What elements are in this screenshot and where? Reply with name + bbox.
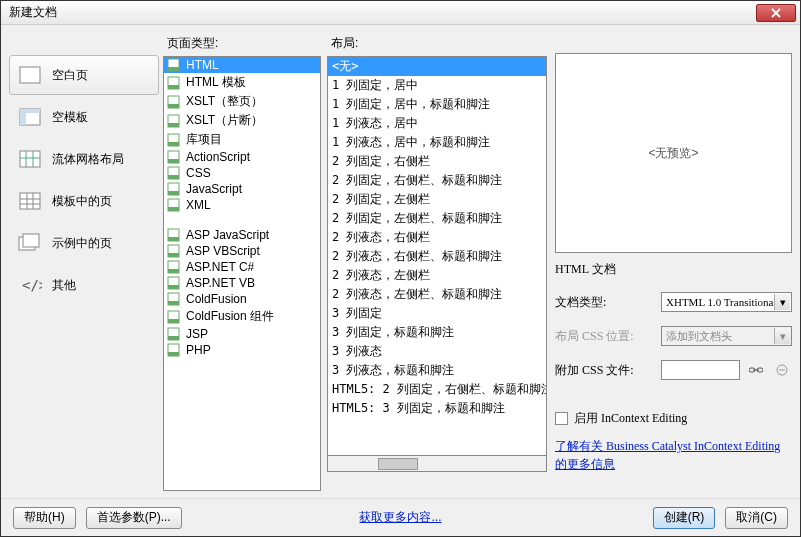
sidebar-item-1[interactable]: 空模板: [9, 97, 159, 137]
layout-item[interactable]: HTML5: 2 列固定，右侧栏、标题和脚注: [328, 380, 546, 399]
page-type-item[interactable]: JavaScript: [164, 181, 320, 197]
svg-rect-4: [20, 151, 40, 167]
layout-item[interactable]: 1 列固定，居中: [328, 76, 546, 95]
page-type-label: ASP JavaScript: [186, 228, 269, 242]
layout-item[interactable]: 2 列固定，右侧栏、标题和脚注: [328, 171, 546, 190]
sidebar-item-0[interactable]: 空白页: [9, 55, 159, 95]
page-type-item[interactable]: ASP VBScript: [164, 243, 320, 259]
layout-item[interactable]: HTML5: 3 列固定，标题和脚注: [328, 399, 546, 418]
sidebar-item-label: 空模板: [52, 109, 88, 126]
page-type-item[interactable]: CSS: [164, 165, 320, 181]
svg-rect-33: [168, 207, 179, 211]
layout-css-select: 添加到文档头 ▾: [661, 326, 792, 346]
sidebar-item-4[interactable]: 示例中的页: [9, 223, 159, 263]
page-type-item[interactable]: ASP JavaScript: [164, 227, 320, 243]
svg-rect-43: [168, 301, 179, 305]
page-type-item[interactable]: XSLT（片断）: [164, 111, 320, 130]
layout-item[interactable]: 2 列固定，左侧栏: [328, 190, 546, 209]
layout-item[interactable]: 3 列液态: [328, 342, 546, 361]
chevron-down-icon: ▾: [774, 328, 790, 344]
dialog-footer: 帮助(H) 首选参数(P)... 获取更多内容... 创建(R) 取消(C): [1, 498, 800, 536]
layout-item[interactable]: 2 列液态，右侧栏: [328, 228, 546, 247]
page-type-item[interactable]: ASP.NET VB: [164, 275, 320, 291]
page-type-item[interactable]: PHP: [164, 342, 320, 358]
remove-css-icon[interactable]: [772, 361, 792, 379]
layout-item[interactable]: <无>: [328, 57, 546, 76]
page-type-item[interactable]: ASP.NET C#: [164, 259, 320, 275]
link-css-icon[interactable]: [746, 361, 766, 379]
svg-rect-45: [168, 319, 179, 323]
layout-item[interactable]: 2 列液态，左侧栏、标题和脚注: [328, 285, 546, 304]
get-more-link[interactable]: 获取更多内容...: [359, 509, 441, 526]
layouts-column: 布局: <无>1 列固定，居中1 列固定，居中，标题和脚注1 列液态，居中1 列…: [327, 33, 547, 491]
layout-item[interactable]: 2 列液态，右侧栏、标题和脚注: [328, 247, 546, 266]
svg-rect-29: [168, 175, 179, 179]
page-type-label: 库项目: [186, 131, 222, 148]
page-type-item[interactable]: HTML: [164, 57, 320, 73]
file-icon: [166, 260, 182, 274]
page-type-label: HTML: [186, 58, 219, 72]
page-type-label: ColdFusion: [186, 292, 247, 306]
layout-item[interactable]: 1 列液态，居中，标题和脚注: [328, 133, 546, 152]
layout-css-row: 布局 CSS 位置: 添加到文档头 ▾: [555, 326, 792, 346]
svg-rect-31: [168, 191, 179, 195]
chevron-down-icon: ▾: [774, 294, 790, 310]
sidebar-item-3[interactable]: 模板中的页: [9, 181, 159, 221]
attach-css-input[interactable]: [661, 360, 740, 380]
page-type-label: HTML 模板: [186, 74, 246, 91]
svg-rect-25: [168, 142, 179, 146]
ice-learn-more-link[interactable]: 了解有关 Business Catalyst InContext Editing…: [555, 437, 792, 473]
sidebar-item-label: 流体网格布局: [52, 151, 124, 168]
layout-item[interactable]: 2 列固定，右侧栏: [328, 152, 546, 171]
svg-rect-2: [20, 109, 40, 113]
preview-column: <无预览> HTML 文档 文档类型: XHTML 1.0 Transition…: [555, 33, 792, 491]
svg-rect-27: [168, 159, 179, 163]
file-icon: [166, 292, 182, 306]
svg-rect-49: [168, 352, 179, 356]
no-preview-text: <无预览>: [648, 145, 698, 162]
page-types-header: 页面类型:: [163, 33, 321, 56]
page-type-item[interactable]: 库项目: [164, 130, 320, 149]
create-button[interactable]: 创建(R): [653, 507, 716, 529]
enable-ice-label: 启用 InContext Editing: [574, 410, 687, 427]
layouts-hscrollbar[interactable]: [327, 456, 547, 472]
file-icon: [166, 166, 182, 180]
svg-rect-0: [20, 67, 40, 83]
page-type-label: PHP: [186, 343, 211, 357]
sidebar-item-5[interactable]: </>其他: [9, 265, 159, 305]
svg-rect-14: [23, 234, 39, 247]
layout-item[interactable]: 1 列固定，居中，标题和脚注: [328, 95, 546, 114]
page-type-item[interactable]: JSP: [164, 326, 320, 342]
file-icon: [166, 343, 182, 357]
close-button[interactable]: [756, 4, 796, 22]
layout-item[interactable]: 1 列液态，居中: [328, 114, 546, 133]
page-type-item[interactable]: HTML 模板: [164, 73, 320, 92]
layout-item[interactable]: 3 列液态，标题和脚注: [328, 361, 546, 380]
layout-item[interactable]: 2 列液态，左侧栏: [328, 266, 546, 285]
doctype-select[interactable]: XHTML 1.0 Transitional ▾: [661, 292, 792, 312]
sidebar-item-2[interactable]: 流体网格布局: [9, 139, 159, 179]
page-types-list[interactable]: HTMLHTML 模板XSLT（整页）XSLT（片断）库项目ActionScri…: [163, 56, 321, 491]
sidebar-item-label: 模板中的页: [52, 193, 112, 210]
category-icon: </>: [18, 275, 42, 295]
page-type-item[interactable]: XML: [164, 197, 320, 213]
file-icon: [166, 198, 182, 212]
page-type-label: ASP.NET VB: [186, 276, 255, 290]
page-type-item[interactable]: ColdFusion 组件: [164, 307, 320, 326]
page-type-label: XML: [186, 198, 211, 212]
page-type-item[interactable]: ColdFusion: [164, 291, 320, 307]
layouts-list[interactable]: <无>1 列固定，居中1 列固定，居中，标题和脚注1 列液态，居中1 列液态，居…: [327, 56, 547, 456]
svg-rect-8: [20, 193, 40, 209]
preferences-button[interactable]: 首选参数(P)...: [86, 507, 182, 529]
layout-item[interactable]: 3 列固定，标题和脚注: [328, 323, 546, 342]
layout-item[interactable]: 3 列固定: [328, 304, 546, 323]
layout-css-value: 添加到文档头: [666, 329, 732, 344]
enable-ice-checkbox[interactable]: [555, 412, 568, 425]
help-button[interactable]: 帮助(H): [13, 507, 76, 529]
page-type-item[interactable]: ActionScript: [164, 149, 320, 165]
page-type-item[interactable]: XSLT（整页）: [164, 92, 320, 111]
layout-item[interactable]: 2 列固定，左侧栏、标题和脚注: [328, 209, 546, 228]
layouts-header: 布局:: [327, 33, 547, 56]
cancel-button[interactable]: 取消(C): [725, 507, 788, 529]
doctype-row: 文档类型: XHTML 1.0 Transitional ▾: [555, 292, 792, 312]
